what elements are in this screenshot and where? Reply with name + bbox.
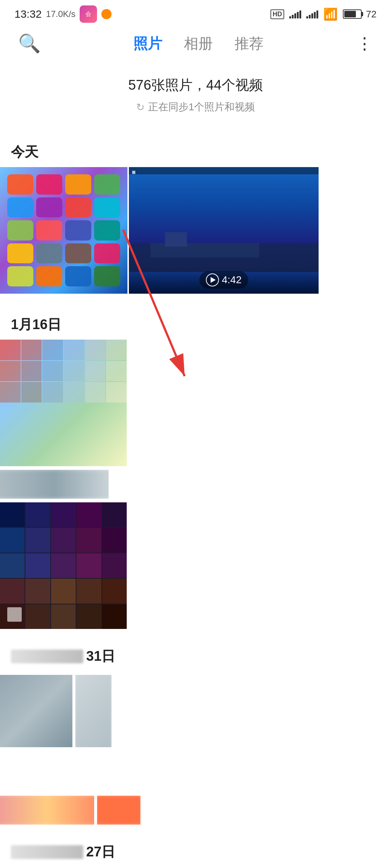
section-date-jan27: 27日	[0, 832, 391, 867]
signal-icon-2	[306, 10, 318, 18]
photo-row-jan31-small	[0, 796, 391, 825]
status-left: 13:32 17.0K/s 会	[14, 5, 112, 23]
sync-status: ↻ 正在同步1个照片和视频	[0, 100, 391, 114]
photo-item-31-strip-2[interactable]	[97, 796, 140, 825]
photo-row-jan31	[0, 675, 391, 794]
notification-dot	[101, 9, 112, 19]
sync-text: 正在同步1个照片和视频	[148, 100, 255, 114]
more-menu-icon[interactable]: ⋮	[356, 34, 373, 53]
photo-item-dark[interactable]	[0, 502, 127, 629]
photo-row-dark	[0, 502, 391, 629]
app-container: 13:32 17.0K/s 会 HD 📶	[0, 0, 391, 868]
photo-item-screenshot[interactable]	[0, 167, 127, 294]
wifi-icon: 📶	[323, 7, 338, 21]
status-right: HD 📶 72	[270, 7, 377, 21]
section-jan16: 1月16日	[0, 305, 391, 466]
hd-badge: HD	[270, 9, 284, 19]
nav-bar: 🔍 照片 相册 推荐 ⋮	[0, 25, 391, 61]
photo-row-jan16	[0, 340, 391, 466]
time: 13:32	[14, 8, 42, 20]
tab-photos[interactable]: 照片	[133, 34, 162, 54]
sync-icon: ↻	[136, 101, 144, 113]
nav-tabs: 照片 相册 推荐	[133, 34, 264, 54]
photo-item-strip[interactable]	[0, 470, 109, 499]
app-notification-icon: 会	[80, 5, 97, 23]
section-date-jan31: 31日	[0, 636, 391, 671]
video-duration: 4:42	[222, 274, 242, 286]
photo-item-31-1[interactable]	[0, 675, 72, 747]
section-date-jan16: 1月16日	[0, 305, 391, 340]
section-jan27: 27日	[0, 832, 391, 868]
section-date-today: 今天	[0, 132, 391, 167]
photo-row-strip	[0, 470, 391, 499]
photo-item-31-2[interactable]	[75, 675, 112, 747]
section-small-strip	[0, 470, 391, 499]
section-dark-photo	[0, 502, 391, 629]
section-jan31: 31日	[0, 636, 391, 825]
photo-item-blurred-1[interactable]	[0, 340, 127, 466]
photo-count: 576张照片，44个视频	[0, 76, 391, 94]
summary-section: 576张照片，44个视频 ↻ 正在同步1个照片和视频	[0, 61, 391, 121]
battery-icon: 72	[343, 9, 377, 20]
signal-icon-1	[289, 10, 301, 18]
search-icon[interactable]: 🔍	[18, 33, 41, 54]
speed: 17.0K/s	[46, 9, 75, 19]
section-today: 今天	[0, 132, 391, 294]
video-duration-badge: 4:42	[199, 271, 248, 289]
tab-albums[interactable]: 相册	[184, 34, 213, 54]
status-bar: 13:32 17.0K/s 会 HD 📶	[0, 0, 391, 25]
photo-item-31-strip[interactable]	[0, 796, 94, 825]
photo-item-video[interactable]: ■ 4:42	[129, 167, 319, 294]
tab-recommend[interactable]: 推荐	[235, 34, 264, 54]
photo-row-today: ■ 4:42	[0, 167, 391, 294]
